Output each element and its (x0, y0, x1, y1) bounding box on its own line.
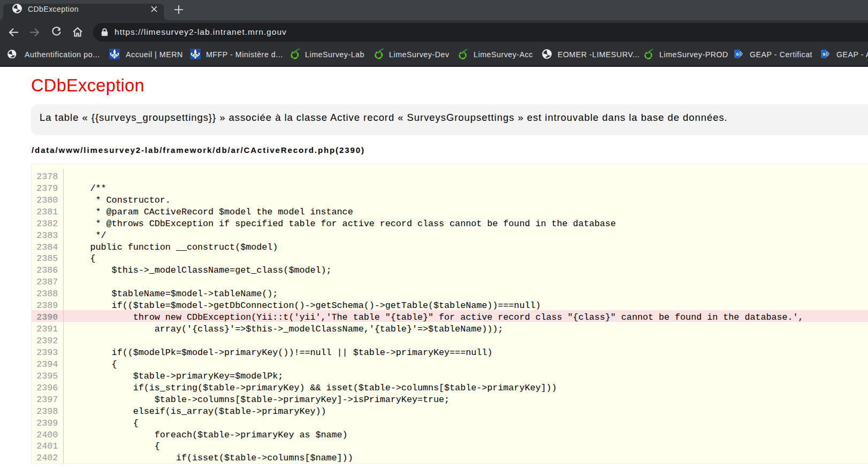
svg-text:s: s (736, 51, 739, 57)
svg-text:s: s (823, 51, 826, 57)
